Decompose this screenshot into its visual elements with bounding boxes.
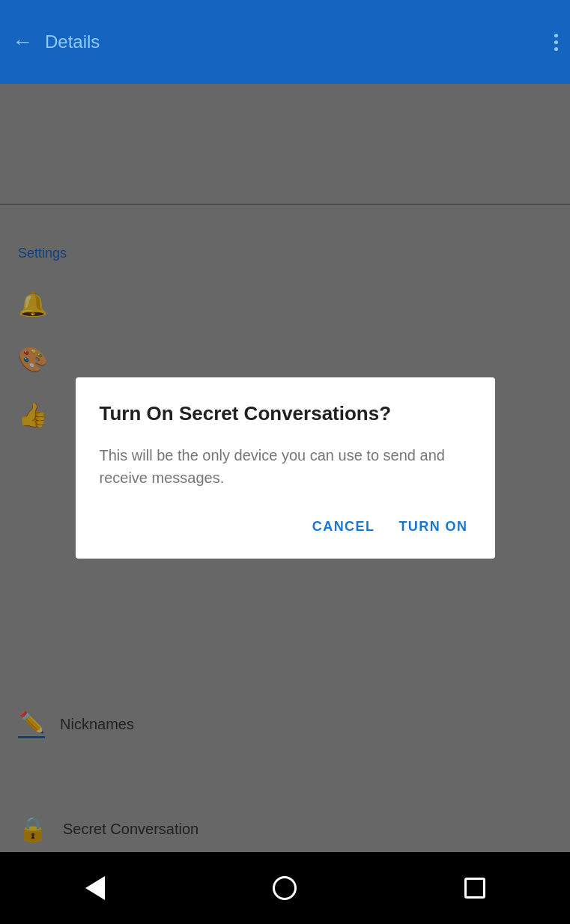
recents-nav-button[interactable] (452, 866, 497, 911)
page-title: Details (45, 31, 554, 52)
home-nav-icon (273, 876, 297, 900)
back-button[interactable]: ← (12, 30, 33, 54)
dot-icon (554, 40, 558, 44)
dialog-overlay: Turn On Secret Conversations? This will … (0, 84, 570, 852)
turn-on-button[interactable]: TURN ON (395, 513, 470, 541)
more-options-button[interactable] (554, 34, 558, 51)
recents-nav-icon (464, 878, 485, 899)
dialog-body: This will be the only device you can use… (100, 444, 471, 489)
dot-icon (554, 34, 558, 37)
dialog-title: Turn On Secret Conversations? (100, 401, 471, 427)
dialog: Turn On Secret Conversations? This will … (76, 377, 495, 559)
app-bar: ← Details (0, 0, 570, 84)
dot-icon (554, 47, 558, 51)
cancel-button[interactable]: CANCEL (309, 513, 378, 541)
bottom-nav (0, 852, 570, 924)
back-nav-button[interactable] (73, 866, 118, 911)
dialog-actions: CANCEL TURN ON (100, 513, 471, 541)
home-nav-button[interactable] (262, 866, 307, 911)
back-nav-icon (85, 876, 105, 900)
